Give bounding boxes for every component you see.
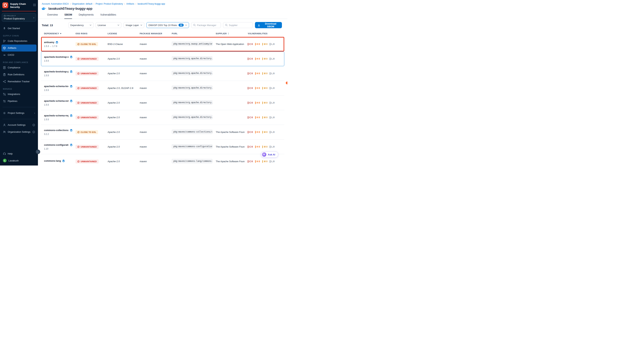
column-header-dependency[interactable]: DEPENDENCY [41, 32, 72, 35]
dependency-name[interactable]: commons-configuration [44, 144, 68, 146]
package-manager-search-input[interactable] [197, 24, 219, 26]
search-icon [225, 24, 228, 26]
sidebar-item-compliance[interactable]: Compliance [2, 64, 36, 71]
vulnerabilities-cell: C 0H 0M 0L 0 [245, 146, 284, 148]
purl-value[interactable]: pkg:maven/commons-lang/commons-… [172, 159, 212, 163]
column-header-purl: PURL [169, 32, 213, 35]
owasp-risks-filter-dropdown[interactable]: OWASP OSS Top 10 Risks 02 [146, 22, 189, 28]
project-selector[interactable]: PROJECT Product Exploratory › [2, 13, 36, 22]
dependency-name[interactable]: commons-collections [44, 129, 68, 132]
breadcrumb-organization[interactable]: Organization: default [72, 2, 92, 5]
oss-risks-cell: UNMAINTAINED [72, 101, 105, 105]
dependency-name[interactable]: apacheds-bootstrap-ex… [44, 56, 68, 58]
purl-value[interactable]: pkg:maven/org.apache.directory.s… [172, 56, 212, 61]
tab-deployments[interactable]: Deployments [79, 13, 94, 19]
license-cell: Apache-2.0 [105, 101, 137, 104]
oss-risk-label: UNMAINTAINED [81, 58, 97, 60]
dependency-filter-dropdown[interactable]: Dependency [68, 22, 94, 28]
purl-value[interactable]: pkg:maven/org.apache.directory.s… [172, 100, 212, 105]
oss-risks-cell: UNMAINTAINED [72, 57, 105, 61]
sidebar-item-rule-definitions[interactable]: Rule Definitions [2, 71, 36, 78]
breadcrumb-project[interactable]: Project: Product Exploratory [96, 2, 123, 5]
purl-value[interactable]: pkg:maven/org.apache.directory.s… [172, 71, 212, 75]
title-row: lavakush07/easy-buggy-app [38, 5, 288, 11]
dependency-name[interactable]: apacheds-schema-regi… [44, 114, 68, 117]
sidebar-item-code-repositories[interactable]: Code Repositories [2, 38, 36, 44]
license-cell: Apache-2.0, OLDAP-2.8 [105, 87, 137, 90]
sidebar-item-get-started[interactable]: Get Started [2, 25, 36, 32]
tab-sbom[interactable]: SBOM [64, 13, 72, 19]
table-row[interactable]: commons-lang UNMAINTAINED Apache-2.0 [41, 154, 284, 166]
supplier-search-input[interactable] [229, 24, 251, 26]
ban-icon [77, 72, 80, 74]
download-sbom-button[interactable]: Download SBOM [255, 22, 282, 28]
supplier-cell: The Apache Software Foun… [213, 160, 245, 163]
table-row[interactable]: commons-configuration 1.10 UNMAINTAINED [41, 140, 284, 154]
supplier-cell: The Open Web Application … [213, 43, 245, 46]
sidebar-item-account-settings[interactable]: Account Settings [2, 122, 36, 128]
purl-value[interactable]: pkg:maven/org.apache.directory.s… [172, 86, 212, 90]
supplier-cell: The Apache Software Foun… [213, 145, 245, 148]
purl-value[interactable]: pkg:maven/org.owasp.antisamy/ant… [172, 42, 212, 46]
breadcrumb: Account: Automation-SSCA › Organization:… [38, 0, 288, 5]
vuln-count-c: C 0 [248, 58, 253, 60]
feedback-handle-dot[interactable] [286, 82, 288, 84]
module-grid-icon[interactable] [33, 4, 36, 6]
sidebar-item-remediation-tracker[interactable]: Remediation Tracker [2, 78, 36, 85]
breadcrumb-separator: › [70, 2, 71, 5]
sidebar-item-project-settings[interactable]: Project Settings › [2, 110, 36, 116]
table-row[interactable]: apacheds-schema-extr… 1.5.5 UNMAINTAINED [41, 96, 284, 110]
table-row[interactable]: apacheds-bootstrap-ex… 1.5.5 UNMAINTAINE… [41, 52, 284, 66]
sidebar-item-artifacts[interactable]: Artifacts [2, 44, 36, 52]
supplier-search [223, 22, 253, 28]
pipeline-icon [3, 100, 6, 103]
vuln-count-l: L 0 [270, 102, 274, 104]
dependency-cell: apacheds-schema-extr… 1.5.5 [41, 100, 72, 106]
dependency-name[interactable]: antisamy [44, 41, 54, 44]
oss-risk-badge: UNMAINTAINED [76, 160, 98, 164]
plug-icon [3, 93, 6, 96]
table-row[interactable]: apacheds-schema-boo… 1.5.5 UNMAINTAINED [41, 81, 284, 96]
tab-overview[interactable]: Overview [47, 13, 58, 19]
sidebar-collapse-button[interactable]: ‹ [36, 150, 40, 154]
user-gear-icon [3, 124, 6, 126]
ask-ai-button[interactable]: Ask AI [261, 152, 278, 158]
purl-value[interactable]: pkg:maven/commons-collections/co… [172, 130, 212, 134]
sidebar-item-user[interactable]: L Lavakush [2, 157, 36, 164]
purl-value[interactable]: pkg:maven/commons-configuration/… [172, 144, 212, 149]
sort-desc-icon [60, 33, 62, 34]
network-icon [3, 80, 6, 83]
oss-risk-badge: UNMAINTAINED [76, 57, 98, 61]
table-row[interactable]: antisamy 1.5.3 → 1.7.8 CLOSE TO EOL [41, 37, 284, 52]
table-row[interactable]: apacheds-schema-regi… 1.5.5 UNMAINTAINED [41, 110, 284, 125]
table-row[interactable]: commons-collections 3.2.2 CLOSE TO EOL [41, 125, 284, 140]
ban-icon [77, 131, 80, 133]
image-layer-filter-dropdown[interactable]: Image Layer [124, 22, 144, 28]
sidebar-item-integrations[interactable]: Integrations [2, 91, 36, 98]
license-filter-dropdown[interactable]: License [96, 22, 122, 28]
sidebar-item-help[interactable]: Help [2, 150, 36, 157]
oss-risks-cell: UNMAINTAINED [72, 72, 105, 76]
dependency-name[interactable]: apacheds-bootstrap-pa… [44, 70, 68, 73]
dependency-cell: apacheds-bootstrap-ex… 1.5.5 [41, 56, 72, 62]
breadcrumb-artifact-name[interactable]: lavakush07/easy-buggy-app [138, 2, 165, 5]
oss-risks-cell: UNMAINTAINED [72, 160, 105, 164]
vulnerabilities-cell: C 0H 0M 0L 0 [245, 87, 284, 90]
table-row[interactable]: apacheds-bootstrap-pa… 1.5.5 UNMAINTAINE… [41, 66, 284, 81]
table-body: antisamy 1.5.3 → 1.7.8 CLOSE TO EOL [41, 37, 284, 166]
dependency-name[interactable]: apacheds-schema-extr… [44, 100, 68, 102]
sidebar-item-cicd[interactable]: ∞ CI/CD [2, 52, 36, 58]
column-header-supplier[interactable]: SUPPLIER [213, 32, 245, 35]
sidebar-item-pipelines[interactable]: Pipelines [2, 98, 36, 105]
tab-vulnerabilities[interactable]: Vulnerabilities [100, 13, 116, 19]
sidebar-item-organization-settings[interactable]: Organization Settings [2, 128, 36, 136]
breadcrumb-account[interactable]: Account: Automation-SSCA [42, 2, 69, 5]
dependency-name[interactable]: apacheds-schema-boo… [44, 85, 68, 88]
dependency-name[interactable]: commons-lang [44, 160, 61, 162]
dependency-cell: apacheds-bootstrap-pa… 1.5.5 [41, 70, 72, 77]
purl-cell: pkg:maven/org.apache.directory.s… [169, 86, 213, 91]
breadcrumb-artifacts[interactable]: Artifacts [126, 2, 134, 5]
purl-value[interactable]: pkg:maven/org.apache.directory.s… [172, 115, 212, 119]
oss-risk-label: UNMAINTAINED [81, 87, 97, 89]
layers-icon [56, 41, 58, 44]
